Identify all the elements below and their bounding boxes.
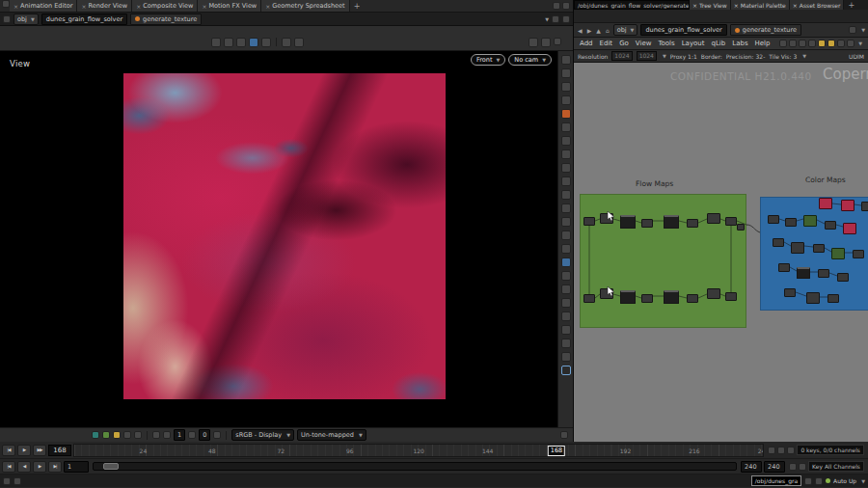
home-icon[interactable]: ⌂: [605, 27, 610, 34]
graph-node[interactable]: [664, 290, 679, 304]
graph-node[interactable]: [806, 292, 820, 304]
lighting-icon[interactable]: [561, 149, 571, 159]
graph-node[interactable]: [778, 263, 790, 272]
message-log-icon[interactable]: [14, 477, 21, 485]
exposure-icon[interactable]: [188, 431, 196, 439]
channel-blue-icon[interactable]: [113, 431, 121, 439]
menu-labs[interactable]: Labs: [732, 40, 747, 47]
menu-view[interactable]: View: [636, 40, 652, 47]
graph-node[interactable]: [837, 273, 849, 282]
handles-icon[interactable]: [282, 38, 291, 47]
menu-help[interactable]: Help: [755, 40, 771, 47]
graph-node[interactable]: [664, 215, 679, 229]
view-mode-icon[interactable]: [561, 55, 571, 65]
close-tab-icon[interactable]: ×: [793, 2, 798, 9]
lasso-select-icon[interactable]: [236, 38, 246, 47]
network-path-display[interactable]: /obj/dunes_grain_flow_solver/generate_te…: [574, 0, 690, 10]
channel-alpha-icon[interactable]: [123, 431, 131, 439]
close-tab-icon[interactable]: ×: [202, 3, 206, 10]
keyframe-icon[interactable]: [768, 447, 775, 454]
graph-node[interactable]: [737, 224, 745, 230]
tonemap-select[interactable]: Un-tone-mapped▼: [297, 429, 366, 441]
uv-display-icon[interactable]: [561, 230, 571, 240]
shading-icon[interactable]: [561, 122, 571, 132]
select-arrow-icon[interactable]: [211, 38, 221, 47]
graph-node[interactable]: [773, 238, 784, 247]
range-end-field[interactable]: 240: [741, 461, 762, 473]
culling-icon[interactable]: [561, 271, 571, 281]
menu-qlib[interactable]: qLib: [712, 40, 726, 47]
warning-icon[interactable]: [560, 431, 568, 439]
realtime-toggle-icon[interactable]: [799, 463, 806, 471]
graph-node[interactable]: [831, 248, 845, 259]
path-history-icon[interactable]: [3, 15, 11, 23]
current-frame-marker[interactable]: 168: [548, 446, 565, 456]
tab-geometry-spreadsheet[interactable]: ×Geometry Spreadsheet: [261, 0, 349, 12]
graph-node[interactable]: [803, 215, 817, 227]
proxy-label[interactable]: Proxy 1:1: [670, 53, 697, 60]
close-tab-icon[interactable]: ×: [265, 3, 270, 10]
graph-node[interactable]: [791, 242, 804, 254]
context-selector[interactable]: obj▼: [14, 14, 39, 25]
graph-node[interactable]: [768, 215, 779, 224]
snapshot-icon[interactable]: [561, 366, 571, 375]
range-end-field-2[interactable]: 240: [764, 461, 785, 473]
network-box-icon[interactable]: [827, 40, 835, 47]
camera-select-button[interactable]: No cam▼: [508, 54, 552, 66]
precision-label[interactable]: Precision: 32-: [726, 53, 766, 60]
frame-all-icon[interactable]: [561, 95, 571, 105]
magnet-icon[interactable]: [799, 40, 806, 47]
key-all-channels-button[interactable]: Key All Channels: [808, 461, 864, 472]
go-to-start-button[interactable]: |◀: [2, 445, 15, 456]
menu-edit[interactable]: Edit: [600, 40, 613, 47]
tile-vis-label[interactable]: Tile Vis: 3: [769, 53, 797, 60]
group-list-icon[interactable]: [561, 190, 571, 200]
channel-green-icon[interactable]: [102, 431, 110, 439]
zoom-out-icon[interactable]: [152, 431, 160, 439]
wireframe-icon[interactable]: [561, 136, 571, 146]
box-select-icon[interactable]: [224, 38, 233, 47]
wrench-icon[interactable]: [779, 40, 787, 47]
close-tab-icon[interactable]: ×: [692, 2, 697, 9]
graph-node[interactable]: [583, 217, 595, 226]
graph-node[interactable]: [785, 218, 797, 227]
frame-ruler[interactable]: 24487296120144168192216240 168: [73, 444, 764, 457]
udim-button[interactable]: UDIM: [849, 53, 864, 60]
play-button[interactable]: ▶: [17, 445, 31, 456]
fast-forward-button[interactable]: ▶▶: [33, 445, 46, 456]
leaf-node-field[interactable]: generate_texture: [130, 14, 202, 25]
info-icon[interactable]: [561, 339, 571, 348]
graph-node[interactable]: [620, 215, 636, 229]
graph-node[interactable]: [641, 219, 653, 228]
menu-add[interactable]: Add: [580, 40, 593, 47]
close-tab-icon[interactable]: ×: [14, 3, 18, 10]
menu-tools[interactable]: Tools: [658, 40, 674, 47]
snap-icon[interactable]: [294, 38, 304, 47]
graph-node[interactable]: [853, 250, 864, 258]
step-start-button[interactable]: |◀: [2, 461, 15, 473]
chevron-down-icon[interactable]: ▼: [861, 478, 865, 484]
tiles-icon[interactable]: [213, 431, 221, 439]
network-graph-canvas[interactable]: CONFIDENTIAL H21.0.440 Copern Flow Maps …: [574, 63, 868, 442]
active-display-icon[interactable]: [561, 258, 571, 267]
graph-node[interactable]: [687, 294, 698, 303]
chevron-down-icon[interactable]: ▼: [802, 53, 806, 59]
tab-tree-view[interactable]: ×Tree View: [690, 0, 731, 10]
grid-toggle-icon[interactable]: [561, 176, 571, 186]
active-tool-icon[interactable]: [561, 109, 571, 119]
pane-maximize-icon[interactable]: [562, 2, 570, 10]
status-node-path[interactable]: /obj/dunes_gra: [751, 475, 801, 486]
new-tab-button[interactable]: +: [844, 0, 858, 10]
pan-icon[interactable]: [561, 68, 571, 78]
channel-comp-icon[interactable]: [134, 431, 142, 439]
color-palette-icon[interactable]: [837, 40, 845, 47]
graph-node[interactable]: [641, 294, 653, 303]
colorspace-select[interactable]: sRGB - Display▼: [231, 429, 294, 441]
loop-mode-icon[interactable]: [789, 463, 797, 471]
camera-icon[interactable]: [552, 15, 559, 23]
tab-composite-view[interactable]: ×Composite View: [132, 0, 198, 12]
zoom-in-icon[interactable]: [163, 431, 171, 439]
shadows-icon[interactable]: [561, 163, 571, 173]
graph-node[interactable]: [843, 223, 856, 234]
resolution-width-field[interactable]: 1024: [611, 51, 632, 61]
